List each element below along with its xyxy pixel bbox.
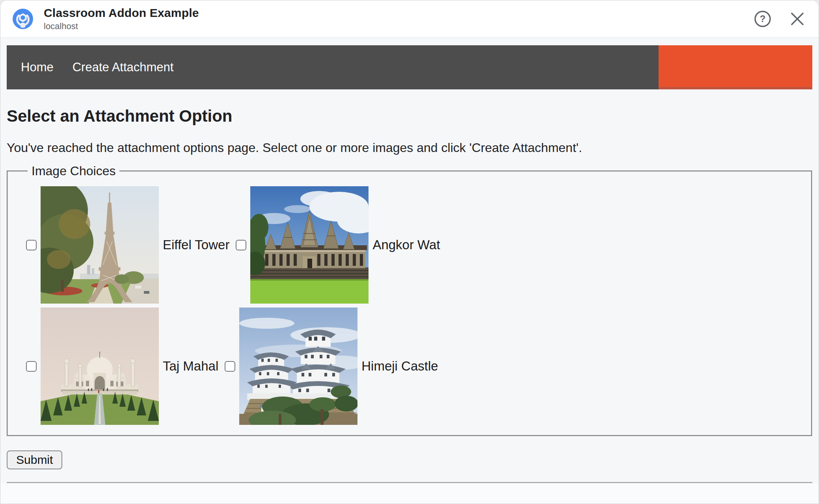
angkor-wat-image xyxy=(250,186,369,304)
close-x-icon xyxy=(789,10,806,28)
addon-dialog: Classroom Addon Example localhost ? Home… xyxy=(0,0,819,504)
help-circle-icon: ? xyxy=(754,10,772,28)
option-row-2: Taj Mahal xyxy=(26,308,803,425)
angkor-wat-checkbox[interactable] xyxy=(236,240,246,250)
dialog-title: Classroom Addon Example xyxy=(44,6,199,20)
option-label: Taj Mahal xyxy=(163,359,218,374)
image-choices-fieldset: Image Choices xyxy=(7,164,812,436)
image-choices-legend: Image Choices xyxy=(28,164,119,178)
option-row-1: Eiffel Tower xyxy=(26,186,803,304)
taj-mahal-checkbox[interactable] xyxy=(26,361,37,372)
page-description: You've reached the attachment options pa… xyxy=(7,141,812,155)
help-button[interactable]: ? xyxy=(753,9,772,28)
option-label: Himeji Castle xyxy=(361,359,438,374)
app-logo-wrench-icon xyxy=(12,8,34,30)
option-label: Angkor Wat xyxy=(372,237,440,252)
nav-item-create-attachment[interactable]: Create Attachment xyxy=(73,60,174,74)
taj-mahal-image xyxy=(41,308,159,425)
svg-text:?: ? xyxy=(760,13,766,24)
option-label: Eiffel Tower xyxy=(163,237,229,252)
close-button[interactable] xyxy=(788,9,807,28)
submit-button[interactable]: Submit xyxy=(7,450,62,469)
navbar: Home Create Attachment xyxy=(7,45,812,89)
navbar-orange-banner xyxy=(659,45,812,89)
option-angkor-wat: Angkor Wat xyxy=(236,186,446,304)
dialog-origin: localhost xyxy=(44,21,199,32)
option-himeji-castle: Himeji Castle xyxy=(225,308,444,425)
himeji-castle-checkbox[interactable] xyxy=(225,361,235,372)
eiffel-tower-checkbox[interactable] xyxy=(26,240,37,250)
header-text-block: Classroom Addon Example localhost xyxy=(44,6,199,32)
eiffel-tower-image xyxy=(41,186,159,304)
page-title: Select an Attachment Option xyxy=(7,107,812,126)
nav-item-home[interactable]: Home xyxy=(21,60,54,74)
himeji-castle-image xyxy=(239,308,357,425)
option-eiffel-tower: Eiffel Tower xyxy=(26,186,236,304)
addon-page: Home Create Attachment Select an Attachm… xyxy=(0,45,819,504)
dialog-header: Classroom Addon Example localhost ? xyxy=(0,0,819,38)
footer-area xyxy=(0,483,819,504)
option-taj-mahal: Taj Mahal xyxy=(26,308,225,425)
